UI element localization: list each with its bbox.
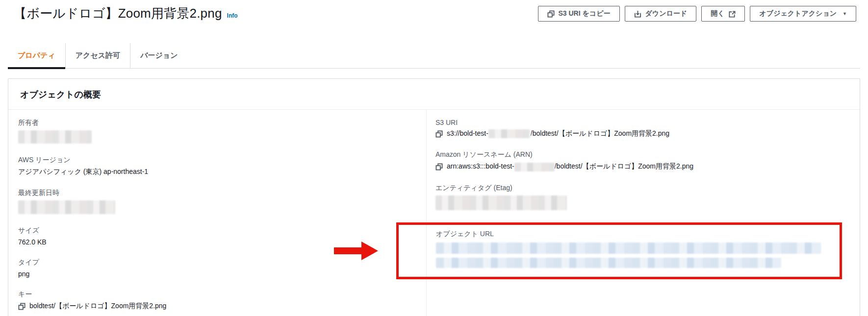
object-actions-label: オブジェクトアクション [759, 9, 837, 18]
redacted-object-url-link-line1[interactable] [436, 243, 821, 254]
object-url-label: オブジェクト URL [436, 230, 833, 239]
open-button[interactable]: 開く [701, 6, 745, 22]
tab-bar: プロパティ アクセス許可 バージョン [8, 43, 860, 69]
card-title: オブジェクトの概要 [20, 90, 101, 99]
s3-uri-label: S3 URI [435, 119, 846, 126]
key-field: キー boldtest/【ボールドロゴ】Zoom用背景2.png [18, 290, 414, 311]
arn-field: Amazon リソースネーム (ARN) arn:aws:s3:::bold-t… [435, 150, 846, 171]
owner-label: 所有者 [18, 119, 414, 127]
redacted-bucket-suffix [514, 163, 555, 171]
copy-icon[interactable] [435, 130, 443, 138]
type-value: png [18, 270, 414, 278]
redacted-object-url-link-line2[interactable] [436, 258, 781, 268]
card-body: 所有者 AWS リージョン アジアパシフィック (東京) ap-northeas… [8, 110, 860, 316]
download-icon [634, 10, 641, 18]
chevron-down-icon: ▼ [842, 11, 847, 16]
type-field: タイプ png [18, 258, 414, 278]
page-title: 【ボールドロゴ】Zoom用背景2.png [14, 5, 222, 22]
size-label: サイズ [18, 226, 414, 235]
s3-uri-value: s3://bold-test-/boldtest/【ボールドロゴ】Zoom用背景… [447, 129, 669, 138]
region-label: AWS リージョン [18, 156, 414, 165]
open-label: 開く [711, 9, 724, 18]
copy-icon[interactable] [18, 303, 26, 310]
overview-left-column: 所有者 AWS リージョン アジアパシフィック (東京) ap-northeas… [8, 110, 426, 316]
etag-field: エンティティタグ (Etag) [435, 184, 846, 210]
redacted-owner-value [18, 130, 92, 144]
tab-permissions[interactable]: アクセス許可 [65, 43, 130, 68]
copy-s3-uri-button[interactable]: S3 URI をコピー [538, 6, 620, 22]
region-field: AWS リージョン アジアパシフィック (東京) ap-northeast-1 [18, 156, 414, 176]
object-overview-card: オブジェクトの概要 所有者 AWS リージョン アジアパシフィック (東京) a… [8, 78, 860, 316]
key-value[interactable]: boldtest/【ボールドロゴ】Zoom用背景2.png [29, 302, 166, 311]
tab-properties[interactable]: プロパティ [8, 43, 65, 68]
info-link[interactable]: Info [227, 12, 238, 19]
redacted-bucket-suffix [488, 129, 531, 138]
copy-s3-uri-label: S3 URI をコピー [559, 9, 611, 18]
object-actions-button[interactable]: オブジェクトアクション ▼ [750, 6, 856, 22]
s3-object-detail-page: 【ボールドロゴ】Zoom用背景2.png Info S3 URI をコピー ダウ… [0, 0, 868, 316]
last-modified-field: 最終更新日時 [18, 189, 414, 214]
redacted-last-modified-value [18, 200, 115, 214]
download-button[interactable]: ダウンロード [625, 6, 697, 22]
arn-label: Amazon リソースネーム (ARN) [435, 150, 846, 159]
overview-right-column: S3 URI s3://bold-test-/boldtest/【ボールドロゴ】… [426, 110, 860, 316]
key-label: キー [18, 290, 414, 299]
last-modified-label: 最終更新日時 [18, 189, 414, 197]
s3-uri-field: S3 URI s3://bold-test-/boldtest/【ボールドロゴ】… [435, 119, 846, 138]
title-wrap: 【ボールドロゴ】Zoom用背景2.png Info [14, 5, 238, 22]
external-link-icon [728, 10, 736, 18]
tab-versions[interactable]: バージョン [130, 43, 187, 68]
etag-label: エンティティタグ (Etag) [435, 184, 846, 193]
page-header: 【ボールドロゴ】Zoom用背景2.png Info S3 URI をコピー ダウ… [14, 5, 856, 22]
copy-icon[interactable] [435, 163, 443, 170]
red-highlight-box: オブジェクト URL [396, 222, 842, 279]
red-arrow-icon [334, 241, 379, 261]
card-header: オブジェクトの概要 [8, 79, 860, 110]
arn-value: arn:aws:s3:::bold-test-/boldtest/【ボールドロゴ… [447, 162, 693, 171]
redacted-etag-value [435, 195, 567, 210]
region-value: アジアパシフィック (東京) ap-northeast-1 [18, 168, 414, 176]
owner-field: 所有者 [18, 119, 414, 144]
download-label: ダウンロード [645, 9, 688, 18]
copy-icon [547, 10, 555, 18]
header-actions: S3 URI をコピー ダウンロード 開く オブジェクト [538, 6, 857, 22]
